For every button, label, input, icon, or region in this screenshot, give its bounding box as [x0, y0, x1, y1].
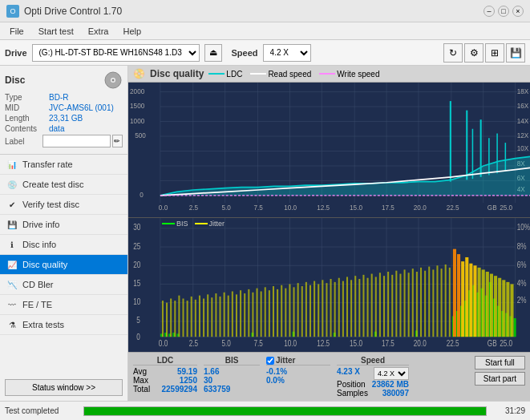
fe-te-icon: 〰: [6, 299, 18, 310]
svg-rect-144: [232, 291, 233, 337]
menu-help[interactable]: Help: [116, 25, 148, 38]
bis-total-row: 633759: [204, 385, 260, 394]
disc-mid-value: JVC-AMS6L (001): [49, 103, 123, 112]
nav-drive-info[interactable]: 💾 Drive info: [0, 215, 127, 235]
legend-bis-bottom: BIS: [162, 220, 188, 228]
svg-rect-157: [285, 288, 286, 337]
refresh-icon-btn[interactable]: ↻: [443, 43, 463, 63]
speed-dropdown[interactable]: 4.2 X: [263, 44, 311, 62]
svg-rect-212: [510, 284, 513, 337]
drive-select: (G:) HL-DT-ST BD-RE WH16NS48 1.D3: [32, 44, 200, 62]
samples-row: Samples 380097: [337, 389, 409, 398]
nav-cd-bler[interactable]: 📉 CD Bler: [0, 275, 127, 295]
svg-text:10%: 10%: [517, 223, 530, 232]
svg-rect-162: [305, 281, 307, 336]
bis-total-value: 633759: [204, 385, 230, 394]
jitter-avg-row: -0.1%: [266, 367, 330, 376]
svg-rect-171: [342, 281, 344, 337]
nav-disc-info[interactable]: ℹ Disc info: [0, 235, 127, 255]
copy-icon-btn[interactable]: ⊞: [485, 43, 504, 63]
svg-rect-199: [457, 254, 460, 337]
disc-length-row: Length 23,31 GB: [5, 114, 123, 123]
legend-ldc: LDC: [208, 70, 242, 79]
ldc-max-row: Max 1250: [133, 376, 197, 385]
svg-rect-133: [187, 301, 188, 337]
nav-verify-test-disc[interactable]: ✔ Verify test disc: [0, 195, 127, 215]
disc-label-input[interactable]: [42, 135, 111, 147]
svg-rect-208: [494, 276, 497, 337]
svg-point-2: [112, 79, 115, 82]
nav-transfer-rate[interactable]: 📊 Transfer rate: [0, 155, 127, 175]
jitter-checkbox[interactable]: [266, 357, 274, 365]
svg-text:7.5: 7.5: [253, 204, 263, 212]
disc-mid-label: MID: [5, 103, 49, 112]
svg-rect-155: [277, 289, 278, 336]
settings-icon-btn[interactable]: ⚙: [464, 43, 483, 63]
svg-rect-151: [261, 291, 262, 337]
drive-dropdown[interactable]: (G:) HL-DT-ST BD-RE WH16NS48 1.D3: [32, 44, 200, 62]
svg-rect-140: [215, 293, 216, 337]
maximize-button[interactable]: □: [498, 6, 509, 17]
svg-rect-179: [375, 277, 377, 337]
speed-label: Speed: [232, 48, 258, 58]
svg-rect-173: [350, 280, 352, 337]
menu-start-test[interactable]: Start test: [32, 25, 80, 38]
nav-fe-te-label: FE / TE: [22, 300, 52, 309]
jitter-max-row: 0.0%: [266, 376, 330, 385]
svg-text:5.0: 5.0: [222, 204, 232, 212]
menu-bar: File Start test Extra Help: [0, 22, 530, 40]
disc-image-icon: [103, 71, 123, 90]
svg-rect-194: [436, 265, 438, 337]
ldc-total-value: 22599294: [162, 385, 198, 394]
legend-jitter-color: [195, 223, 208, 224]
svg-text:GB: GB: [488, 338, 497, 347]
nav-items: 📊 Transfer rate 💿 Create test disc ✔ Ver…: [0, 155, 127, 335]
save-icon-btn[interactable]: 💾: [506, 43, 525, 63]
svg-rect-130: [174, 301, 176, 337]
svg-rect-167: [326, 283, 327, 337]
svg-rect-205: [482, 269, 485, 337]
menu-extra[interactable]: Extra: [82, 25, 115, 38]
drive-label: Drive: [5, 48, 27, 58]
close-button[interactable]: ×: [512, 6, 524, 17]
svg-rect-202: [469, 263, 472, 336]
svg-rect-195: [441, 269, 443, 337]
cd-bler-icon: 📉: [6, 279, 18, 290]
disc-label-edit-button[interactable]: ✏: [112, 135, 123, 147]
disc-type-value: BD-R: [49, 93, 123, 102]
menu-file[interactable]: File: [3, 25, 30, 38]
legend-bis-text: BIS: [176, 220, 188, 228]
nav-create-test-disc[interactable]: 💿 Create test disc: [0, 175, 127, 195]
svg-rect-201: [465, 256, 468, 336]
svg-rect-186: [404, 269, 406, 337]
nav-disc-quality[interactable]: 📈 Disc quality: [0, 255, 127, 275]
speed-select[interactable]: 4.2 X: [374, 367, 409, 380]
nav-cd-bler-label: CD Bler: [22, 280, 54, 289]
minimize-button[interactable]: –: [483, 6, 495, 17]
nav-extra-tests[interactable]: ⚗ Extra tests: [0, 315, 127, 335]
svg-text:6%: 6%: [517, 260, 527, 269]
status-window-button[interactable]: Status window >>: [5, 379, 123, 396]
eject-button[interactable]: ⏏: [204, 44, 222, 62]
svg-rect-188: [412, 269, 414, 337]
svg-rect-185: [399, 273, 401, 337]
disc-contents-label: Contents: [5, 124, 49, 133]
disc-length-value: 23,31 GB: [49, 114, 123, 123]
bis-avg-row: 1.66: [204, 367, 260, 376]
svg-rect-209: [498, 277, 501, 336]
samples-value: 380097: [382, 389, 409, 398]
app-title: Opti Drive Control 1.70: [24, 6, 122, 17]
svg-rect-126: [514, 317, 516, 336]
svg-rect-204: [478, 267, 481, 336]
svg-rect-154: [273, 286, 274, 337]
nav-verify-test-disc-label: Verify test disc: [22, 200, 79, 209]
chart-top-svg: 2000 1500 1000 500 0 18X 16X 14X 12X 10X…: [128, 83, 530, 217]
svg-text:10: 10: [133, 297, 140, 306]
nav-fe-te[interactable]: 〰 FE / TE: [0, 295, 127, 315]
start-full-button[interactable]: Start full: [475, 356, 525, 370]
svg-text:2%: 2%: [517, 295, 527, 304]
svg-rect-172: [346, 277, 348, 337]
extra-tests-icon: ⚗: [6, 319, 18, 330]
ldc-stats: LDC Avg 59.19 Max 1250 Total 22599294: [133, 356, 197, 394]
start-part-button[interactable]: Start part: [475, 372, 525, 386]
